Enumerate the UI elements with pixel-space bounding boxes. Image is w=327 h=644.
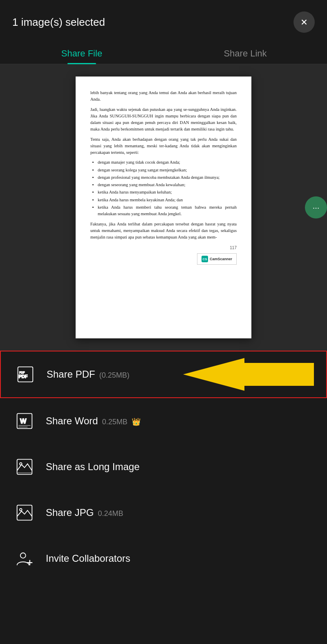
cs-logo-icon: CS bbox=[202, 256, 208, 262]
word-size: 0.25MB bbox=[102, 418, 128, 426]
share-options-list: PDF PDF Share PDF (0.25MB) W bbox=[0, 351, 327, 590]
jpg-label: Share JPG bbox=[46, 507, 94, 518]
pdf-label: Share PDF bbox=[47, 369, 95, 380]
pdf-icon: PDF PDF bbox=[14, 363, 37, 386]
share-long-image-option[interactable]: Share as Long Image bbox=[0, 444, 327, 490]
word-badge: 👑 bbox=[132, 417, 141, 426]
close-button[interactable] bbox=[293, 11, 315, 33]
svg-text:W: W bbox=[20, 417, 27, 425]
share-pdf-option[interactable]: PDF PDF Share PDF (0.25MB) bbox=[0, 351, 327, 398]
arrow-annotation bbox=[183, 358, 314, 391]
share-word-option[interactable]: W Share Word 0.25MB 👑 bbox=[0, 398, 327, 444]
invite-icon bbox=[13, 547, 36, 570]
annotation-arrow-icon bbox=[183, 358, 314, 391]
camscanner-watermark: CS CamScanner bbox=[197, 253, 237, 265]
jpg-option-text: Share JPG 0.24MB bbox=[46, 507, 123, 518]
page-title: 1 image(s) selected bbox=[12, 16, 105, 29]
long-image-label: Share as Long Image bbox=[46, 461, 140, 473]
svg-text:PDF: PDF bbox=[19, 371, 25, 374]
page-number: 117 bbox=[90, 245, 237, 250]
svg-text:PDF: PDF bbox=[19, 374, 28, 379]
svg-point-15 bbox=[20, 509, 22, 511]
tabs-bar: Share File Share Link bbox=[0, 43, 327, 64]
word-label: Share Word bbox=[46, 415, 98, 427]
header: 1 image(s) selected bbox=[0, 0, 327, 39]
word-icon: W bbox=[13, 410, 36, 432]
invite-collaborators-option[interactable]: Invite Collaborators bbox=[0, 536, 327, 581]
close-icon bbox=[300, 18, 309, 27]
invite-label: Invite Collaborators bbox=[46, 553, 130, 564]
tab-share-file[interactable]: Share File bbox=[0, 43, 164, 64]
long-image-icon bbox=[13, 455, 36, 478]
svg-point-16 bbox=[20, 553, 26, 558]
pdf-size: (0.25MB) bbox=[99, 371, 130, 380]
fab-more-button[interactable]: ··· bbox=[305, 196, 327, 218]
svg-rect-14 bbox=[17, 505, 32, 520]
svg-point-12 bbox=[20, 463, 22, 465]
svg-marker-6 bbox=[183, 358, 314, 391]
invite-option-text: Invite Collaborators bbox=[46, 553, 130, 564]
document-text: lebih banyak tentang orang yang Anda tem… bbox=[90, 90, 237, 241]
long-image-option-text: Share as Long Image bbox=[46, 461, 140, 473]
jpg-size: 0.24MB bbox=[98, 509, 123, 518]
share-jpg-option[interactable]: Share JPG 0.24MB bbox=[0, 490, 327, 536]
preview-area: lebih banyak tentang orang yang Anda tem… bbox=[0, 64, 327, 351]
bullet-list: dengan manajer yang tidak cocok dengan A… bbox=[98, 159, 237, 217]
document-preview: lebih banyak tentang orang yang Anda tem… bbox=[76, 77, 251, 338]
pdf-option-text: Share PDF (0.25MB) bbox=[47, 369, 130, 380]
word-option-text: Share Word 0.25MB 👑 bbox=[46, 415, 141, 427]
tab-share-link[interactable]: Share Link bbox=[164, 43, 327, 64]
jpg-icon bbox=[13, 501, 36, 524]
